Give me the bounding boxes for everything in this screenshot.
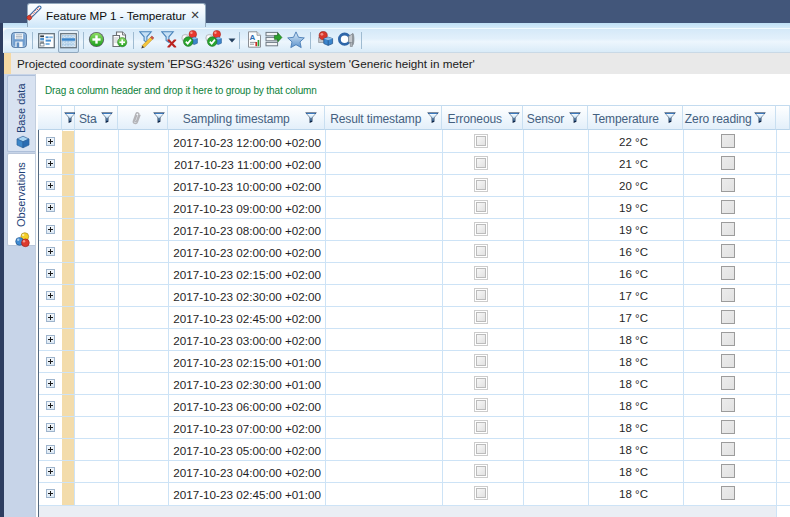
svg-text:A: A <box>250 33 256 42</box>
